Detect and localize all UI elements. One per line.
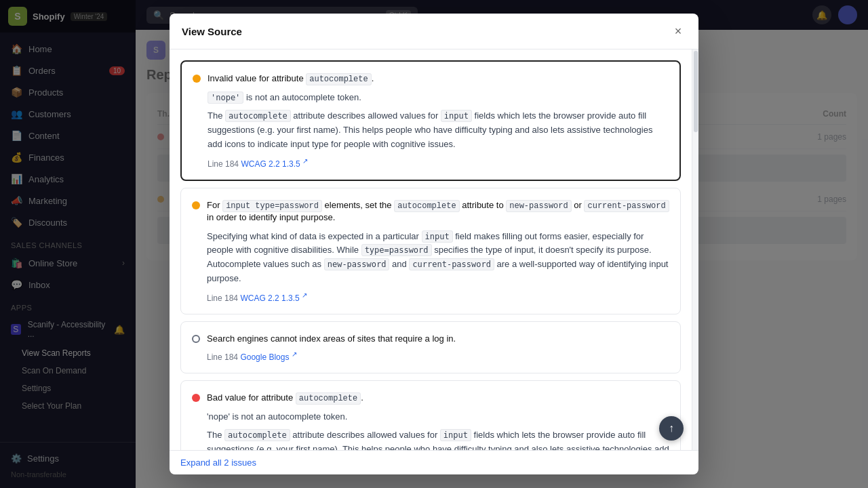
modal-footer: Expand all 2 issues: [170, 450, 698, 474]
modal-body: Invalid value for attribute autocomplete…: [170, 49, 692, 450]
info-dot-3: [192, 335, 200, 343]
issue-title-2: For input type=password elements, set th…: [207, 199, 669, 224]
modal-header: View Source ×: [170, 14, 698, 49]
issue-line-3: Line 184 Google Blogs ↗: [207, 350, 669, 362]
issue-title-1: Invalid value for attribute autocomplete…: [208, 73, 374, 85]
warning-dot-1: [193, 75, 201, 83]
error-dot-4: [192, 394, 200, 402]
issue-card-2: For input type=password elements, set th…: [180, 188, 681, 314]
wcag-link-2[interactable]: WCAG 2.2 1.3.5 ↗: [240, 293, 307, 303]
issue-card-3: Search engines cannot index areas of sit…: [180, 321, 681, 373]
modal-scrollbar[interactable]: [692, 49, 698, 450]
issue-card-4: Bad value for attribute autocomplete. 'n…: [180, 380, 681, 450]
expand-all-button[interactable]: Expand all 2 issues: [180, 458, 256, 468]
wcag-link-1[interactable]: WCAG 2.2 1.3.5 ↗: [241, 159, 308, 169]
main-content: 🔍 Search Ctrl K 🔔 S Scan... Repo Web sta…: [136, 0, 868, 488]
modal-title: View Source: [182, 26, 242, 37]
modal-close-button[interactable]: ×: [670, 23, 686, 39]
warning-dot-2: [192, 201, 200, 209]
issue-card-1: Invalid value for attribute autocomplete…: [180, 60, 681, 181]
modal-overlay[interactable]: View Source × Invalid value for attribut…: [136, 0, 868, 488]
scrollbar-thumb: [694, 51, 698, 132]
google-blogs-link[interactable]: Google Blogs ↗: [240, 352, 296, 362]
issue-line-1: Line 184 WCAG 2.2 1.3.5 ↗: [208, 157, 669, 169]
scroll-to-top-button[interactable]: ↑: [659, 416, 684, 441]
issue-title-4: Bad value for attribute autocomplete.: [207, 392, 363, 405]
issue-line-2: Line 184 WCAG 2.2 1.3.5 ↗: [207, 291, 669, 303]
issue-description-4: The autocomplete attribute describes all…: [207, 428, 669, 450]
issue-secondary-1: 'nope' is not an autocomplete token.: [208, 91, 669, 104]
issue-description-2: Specifying what kind of data is expected…: [207, 230, 669, 286]
issue-title-3: Search engines cannot index areas of sit…: [207, 333, 456, 345]
issue-secondary-4: 'nope' is not an autocomplete token.: [207, 410, 669, 424]
issue-description-1: The autocomplete attribute describes all…: [208, 109, 669, 151]
issues-list: Invalid value for attribute autocomplete…: [180, 60, 681, 439]
view-source-modal: View Source × Invalid value for attribut…: [170, 14, 698, 474]
